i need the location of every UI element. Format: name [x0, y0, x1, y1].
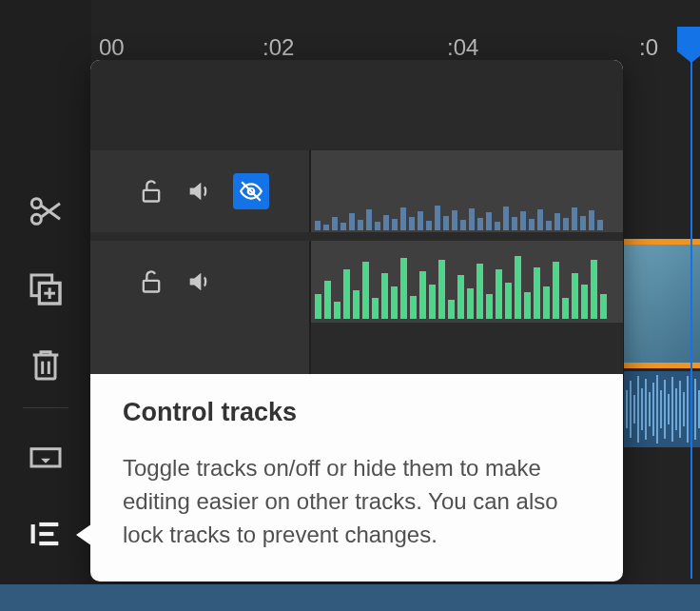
scissors-tool[interactable] [27, 192, 65, 230]
ruler-tick: :0 [639, 34, 658, 61]
ruler-tick: :02 [262, 34, 294, 61]
waveform [311, 198, 623, 230]
track-header [90, 241, 309, 323]
audio-waveform [624, 371, 700, 447]
tracks-icon [27, 515, 65, 553]
tracks-tool[interactable] [27, 515, 65, 553]
svg-rect-30 [679, 381, 681, 438]
svg-rect-24 [656, 375, 658, 443]
svg-point-1 [31, 214, 41, 224]
preview-track-1 [90, 150, 623, 232]
svg-rect-32 [687, 376, 689, 443]
visibility-toggle-active[interactable] [233, 173, 269, 209]
speaker-icon [185, 268, 212, 295]
expand-icon [27, 438, 65, 476]
tooltip-pointer [76, 522, 95, 548]
waveform [311, 252, 623, 319]
duplicate-icon [27, 270, 65, 308]
svg-rect-25 [660, 390, 662, 428]
tooltip-title: Control tracks [123, 398, 591, 427]
trash-icon [27, 345, 65, 384]
svg-rect-62 [144, 281, 159, 292]
ruler-tick: 00 [99, 34, 125, 61]
track-header [90, 150, 309, 232]
svg-rect-27 [668, 394, 670, 424]
svg-point-0 [31, 199, 41, 208]
speaker-icon [185, 178, 212, 205]
svg-line-2 [41, 206, 60, 220]
eye-off-icon [239, 179, 263, 204]
svg-rect-34 [694, 379, 696, 440]
duplicate-tool[interactable] [27, 270, 65, 308]
unlock-icon [138, 268, 165, 295]
unlock-icon [138, 178, 165, 205]
svg-rect-22 [649, 392, 651, 426]
svg-rect-19 [637, 376, 639, 443]
preview-track-2 [90, 241, 623, 374]
svg-rect-28 [671, 377, 673, 442]
toolbar-divider [23, 407, 68, 408]
tooltip-preview [90, 60, 623, 358]
audio-clip[interactable] [624, 371, 700, 447]
svg-rect-16 [626, 390, 628, 428]
track-body [309, 150, 623, 232]
ruler-tick: :04 [447, 34, 478, 61]
track-body [309, 241, 623, 374]
svg-rect-59 [144, 190, 159, 202]
svg-line-3 [41, 204, 60, 218]
tooltip-body: Toggle tracks on/off or hide them to mak… [123, 452, 591, 551]
scissors-icon [27, 192, 65, 230]
svg-rect-17 [630, 381, 632, 438]
bottom-strip [0, 584, 700, 611]
svg-rect-21 [645, 379, 647, 440]
mute-toggle[interactable] [185, 268, 212, 295]
lock-toggle[interactable] [138, 268, 165, 295]
svg-rect-26 [664, 380, 666, 439]
delete-tool[interactable] [27, 345, 65, 384]
svg-rect-11 [31, 449, 60, 466]
svg-rect-20 [641, 388, 643, 430]
svg-rect-31 [683, 392, 685, 426]
expand-tool[interactable] [27, 438, 65, 476]
help-tooltip-card: Control tracks Toggle tracks on/off or h… [90, 60, 623, 581]
video-clip[interactable] [624, 239, 700, 368]
svg-rect-29 [675, 388, 677, 430]
lock-toggle[interactable] [138, 178, 165, 205]
svg-rect-33 [690, 386, 692, 432]
left-toolbar [0, 0, 92, 584]
svg-rect-18 [633, 395, 635, 424]
mute-toggle[interactable] [185, 178, 212, 205]
svg-rect-23 [652, 383, 654, 436]
tooltip-text: Control tracks Toggle tracks on/off or h… [90, 358, 623, 580]
